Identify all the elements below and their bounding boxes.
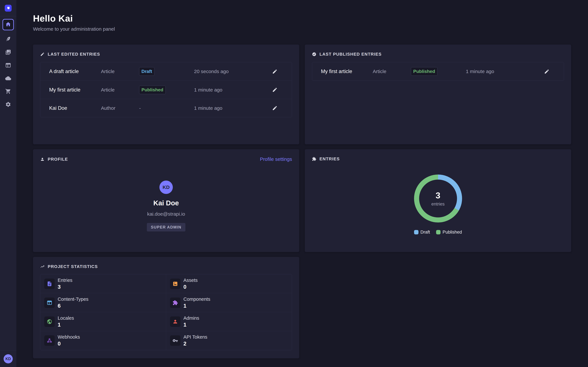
- card-title: PROJECT STATISTICS: [48, 264, 98, 269]
- stat-value: 3: [58, 284, 72, 290]
- entry-type: Article: [101, 69, 139, 74]
- user-avatar[interactable]: KD: [4, 354, 13, 363]
- table-row[interactable]: Kai Doe Author - 1 minute ago: [40, 99, 292, 117]
- cards-grid: LAST EDITED ENTRIES A draft article Arti…: [33, 44, 588, 358]
- sidebar: KD: [0, 0, 16, 367]
- project-statistics-card: PROJECT STATISTICS Entries3 Assets0 Con: [33, 257, 299, 358]
- stat-content-types: Content-Types6: [40, 293, 166, 312]
- media-library-icon: [5, 49, 11, 56]
- globe-icon: [44, 317, 55, 327]
- app-root: KD Hello Kai Welcome to your administrat…: [0, 0, 588, 367]
- stat-label: Admins: [183, 316, 199, 321]
- stat-label: Assets: [183, 278, 198, 283]
- feather-icon: [5, 36, 11, 43]
- stat-admins: Admins1: [166, 312, 292, 331]
- legend-item-published: Published: [436, 230, 462, 235]
- donut-total: 3: [436, 191, 440, 200]
- entries-donut: 3 entries: [414, 175, 462, 223]
- card-title: PROFILE: [48, 157, 68, 162]
- sidebar-nav: [2, 16, 14, 114]
- last-published-entries-card: LAST PUBLISHED ENTRIES My first article …: [305, 44, 571, 144]
- draft-legend-chip: [414, 230, 418, 234]
- stat-label: Content-Types: [58, 297, 88, 302]
- card-title: ENTRIES: [320, 156, 340, 161]
- donut-caption: entries: [431, 202, 445, 207]
- profile-avatar: KD: [159, 181, 173, 194]
- stat-assets: Assets0: [166, 274, 292, 293]
- sidebar-item-deploy[interactable]: [5, 75, 12, 82]
- stats-grid: Entries3 Assets0 Content-Types6 Componen…: [40, 274, 292, 350]
- stat-value: 0: [183, 284, 198, 290]
- pencil-icon: [40, 52, 45, 57]
- sidebar-item-content-manager[interactable]: [5, 36, 12, 43]
- layout-icon: [5, 62, 11, 69]
- legend-label: Draft: [420, 230, 430, 235]
- stat-value: 1: [58, 322, 74, 328]
- cloud-icon: [5, 75, 11, 82]
- home-icon: [5, 22, 11, 28]
- table-row[interactable]: My first article Article Published 1 min…: [312, 62, 564, 81]
- person-icon: [40, 157, 45, 161]
- entry-time: 20 seconds ago: [194, 69, 258, 74]
- profile-settings-link[interactable]: Profile settings: [260, 156, 292, 162]
- entry-time: 1 minute ago: [194, 87, 258, 93]
- sidebar-item-marketplace[interactable]: [5, 88, 12, 95]
- stat-entries: Entries3: [40, 274, 166, 293]
- key-icon: [170, 335, 181, 346]
- entries-card: ENTRIES 3 entries Draft: [305, 149, 571, 252]
- table-row[interactable]: A draft article Article Draft 20 seconds…: [40, 62, 292, 81]
- last-edited-entries-card: LAST EDITED ENTRIES A draft article Arti…: [33, 44, 299, 144]
- strapi-logo-icon[interactable]: [5, 5, 12, 12]
- stat-label: Components: [183, 297, 210, 302]
- stat-components: Components1: [166, 293, 292, 312]
- stat-value: 1: [183, 322, 199, 328]
- profile-name: Kai Doe: [153, 199, 179, 207]
- stat-value: 0: [58, 341, 80, 347]
- page-title: Hello Kai: [33, 13, 588, 24]
- table-row[interactable]: My first article Article Published 1 min…: [40, 81, 292, 99]
- stat-value: 6: [58, 303, 88, 309]
- logo-section: [0, 0, 16, 16]
- edit-entry-button[interactable]: [269, 102, 281, 114]
- entry-name: My first article: [49, 87, 101, 93]
- cart-icon: [5, 88, 11, 95]
- entry-name: My first article: [321, 68, 373, 74]
- document-icon: [44, 279, 55, 289]
- status-badge: Published: [411, 67, 437, 76]
- layout-icon: [44, 298, 55, 308]
- donut-legend: Draft Published: [414, 230, 462, 235]
- stat-label: Webhooks: [58, 334, 80, 340]
- sidebar-item-media-library[interactable]: [5, 49, 12, 56]
- webhook-icon: [44, 335, 55, 346]
- puzzle-icon: [170, 298, 181, 308]
- image-icon: [170, 279, 181, 289]
- stat-api-tokens: API Tokens2: [166, 331, 292, 350]
- sidebar-item-content-type-builder[interactable]: [5, 62, 12, 69]
- status-badge: Draft: [139, 67, 154, 76]
- entry-type: Article: [373, 69, 411, 74]
- card-title: LAST EDITED ENTRIES: [48, 52, 100, 57]
- stat-label: Entries: [58, 278, 72, 283]
- edit-entry-button[interactable]: [269, 66, 281, 77]
- stat-locales: Locales1: [40, 312, 166, 331]
- status-badge: Published: [139, 86, 166, 94]
- published-legend-chip: [436, 230, 441, 234]
- legend-label: Published: [442, 230, 462, 235]
- stat-value: 1: [183, 303, 210, 309]
- stat-label: API Tokens: [183, 334, 207, 340]
- stat-label: Locales: [58, 316, 74, 321]
- sidebar-item-settings[interactable]: [5, 101, 12, 108]
- edit-entry-button[interactable]: [269, 84, 281, 96]
- person-icon: [170, 317, 181, 327]
- last-published-table: My first article Article Published 1 min…: [312, 62, 564, 81]
- legend-item-draft: Draft: [414, 230, 430, 235]
- edit-entry-button[interactable]: [541, 66, 553, 77]
- card-title: LAST PUBLISHED ENTRIES: [320, 52, 381, 57]
- entry-type: Author: [101, 105, 139, 111]
- entry-time: 1 minute ago: [466, 69, 529, 74]
- check-circle-icon: [312, 52, 316, 57]
- entry-time: 1 minute ago: [194, 105, 258, 111]
- sidebar-item-home[interactable]: [2, 19, 14, 30]
- stat-value: 2: [183, 341, 207, 347]
- entry-name: A draft article: [49, 68, 101, 74]
